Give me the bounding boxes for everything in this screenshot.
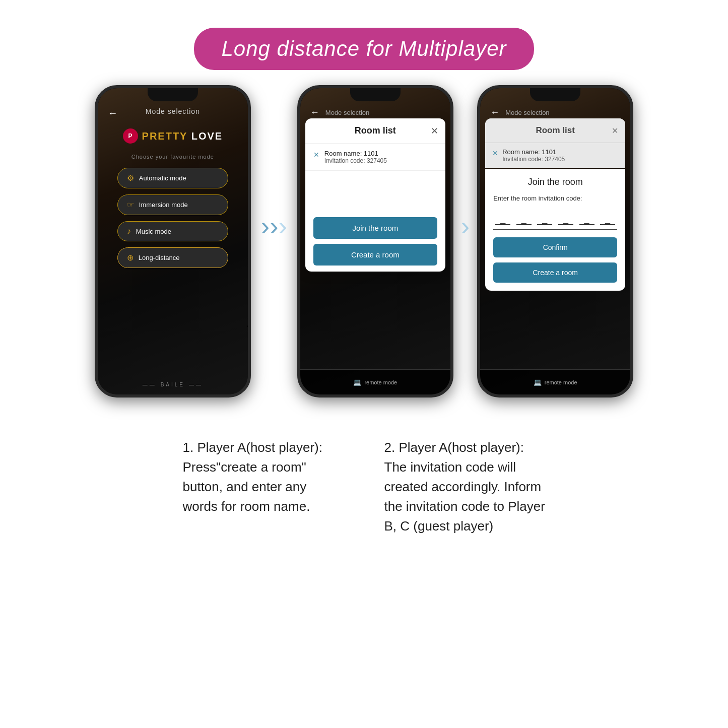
modal-title: Room list [355,125,396,136]
long-distance-icon: ⊕ [127,253,134,262]
phone3-overlay: Room list ✕ ✕ Room name: 1101 Invitation… [485,118,625,291]
create-room-label: Create a room [351,250,400,259]
create-room-btn[interactable]: Create a room [313,244,437,266]
instruction-1: 1. Player A(host player): Press"create a… [183,438,344,536]
code-dash-5[interactable]: _ [579,211,594,225]
invite-label: Enter the room invitation code: [493,194,617,202]
instructions: 1. Player A(host player): Press"create a… [0,418,728,536]
chevron-1: › [261,213,270,239]
title-badge: Long distance for Multiplayer [194,28,535,70]
code-dash-2[interactable]: _ [516,211,532,225]
music-label: Music mode [136,228,171,235]
phone-1: ← Mode selection P PRETTY LOVE Choose yo… [95,85,251,398]
join-room-btn[interactable]: Join the room [313,217,437,239]
phone3-title: Mode selection [505,109,549,116]
join-room-panel: Join the room Enter the room invitation … [485,169,625,291]
room-list-title: Room list [536,125,574,136]
room-list-info: Room name: 1101 Invitation code: 327405 [502,148,565,163]
logo-text: PRETTY LOVE [142,130,223,142]
room-list-panel: Room list ✕ ✕ Room name: 1101 Invitation… [485,118,625,168]
instruction-text-2: 2. Player A(host player): The invitation… [384,438,546,536]
room-list-header: Room list ✕ [485,118,625,143]
room-list-close-btn[interactable]: ✕ [612,126,618,136]
instruction-2: 2. Player A(host player): The invitation… [384,438,546,536]
remote-label-3: remote mode [545,379,577,385]
code-dash-3[interactable]: _ [537,211,552,225]
phone1-back-arrow[interactable]: ← [108,107,118,119]
room-list-item: ✕ Room name: 1101 Invitation code: 32740… [485,143,625,168]
phone1-topbar: ← Mode selection [98,88,248,119]
room-name: Room name: 1101 [324,150,387,157]
instruction-text-1: 1. Player A(host player): Press"create a… [183,438,344,516]
phone2-screen: ← Mode selection Room list ✕ ✕ Room name… [300,88,450,394]
arrows-2: › [461,211,470,241]
immersion-label: Immersion mode [139,201,188,209]
phone1-subtitle: Choose your favourite mode [131,154,214,160]
single-chevron: › [461,211,470,241]
phone1-screen: ← Mode selection P PRETTY LOVE Choose yo… [98,88,248,394]
phone2-back-arrow[interactable]: ← [310,107,319,118]
code-dash-4[interactable]: _ [558,211,573,225]
code-dash-1[interactable]: _ [495,211,510,225]
phone3-screen: ← Mode selection Room list ✕ ✕ Room name… [480,88,630,394]
chevron-3: › [279,213,287,239]
modal-spacer [305,171,445,211]
code-dash-6[interactable]: _ [600,211,615,225]
room-list-x-icon: ✕ [492,149,498,157]
room-item: ✕ Room name: 1101 Invitation code: 32740… [305,144,445,171]
long-distance-mode-btn[interactable]: ⊕ Long-distance [117,247,228,268]
immersion-icon: ☞ [127,200,134,210]
phone-3: ← Mode selection Room list ✕ ✕ Room name… [477,85,633,398]
immersion-mode-btn[interactable]: ☞ Immersion mode [117,194,228,215]
phone2-topbar: ← Mode selection [300,88,450,122]
confirm-btn[interactable]: Confirm [493,237,617,257]
room-info: Room name: 1101 Invitation code: 327405 [324,150,387,164]
modal-actions: Join the room Create a room [305,211,445,272]
create-room-btn-3[interactable]: Create a room [493,262,617,283]
remote-icon-3: 💻 [534,378,542,386]
main-title: Long distance for Multiplayer [222,37,507,60]
chevron-2: › [270,213,278,239]
phone2-title: Mode selection [325,109,369,116]
phone3-bottom-nav: 💻 remote mode [480,369,630,394]
code-input-area: _ _ _ _ _ _ [493,207,617,230]
phone1-logo: P PRETTY LOVE [123,128,223,144]
modal-header: Room list ✕ [305,118,445,144]
room-list-modal: Room list ✕ ✕ Room name: 1101 Invitation… [305,118,445,272]
phone-2: ← Mode selection Room list ✕ ✕ Room name… [297,85,453,398]
phone3-back-arrow[interactable]: ← [490,107,499,118]
automatic-icon: ⚙ [127,173,134,183]
arrows-1: › › › [261,213,287,239]
logo-icon: P [123,128,138,144]
automatic-label: Automatic mode [139,174,186,182]
chevron-group-1: › › › [261,213,287,239]
phone1-footer: BAILE [143,382,203,387]
join-room-title: Join the room [493,177,617,187]
phones-container: ← Mode selection P PRETTY LOVE Choose yo… [0,85,728,398]
room-list-code: Invitation code: 327405 [502,156,565,163]
phone1-title: Mode selection [146,107,200,115]
room-x-icon: ✕ [313,151,319,159]
automatic-mode-btn[interactable]: ⚙ Automatic mode [117,168,228,188]
room-code: Invitation code: 327405 [324,157,387,164]
mode-buttons: ⚙ Automatic mode ☞ Immersion mode ♪ Musi… [117,168,228,268]
music-icon: ♪ [127,227,131,236]
remote-icon: 💻 [353,378,361,386]
modal-close-btn[interactable]: ✕ [431,125,438,137]
title-section: Long distance for Multiplayer [0,28,728,70]
remote-label: remote mode [364,379,397,385]
phone3-topbar: ← Mode selection [480,88,630,122]
music-mode-btn[interactable]: ♪ Music mode [117,221,228,241]
hand-cursor-1: ☞ [246,318,251,340]
long-distance-label: Long-distance [139,254,180,261]
phone2-bottom-nav: 💻 remote mode [300,369,450,394]
room-list-name: Room name: 1101 [502,148,565,156]
